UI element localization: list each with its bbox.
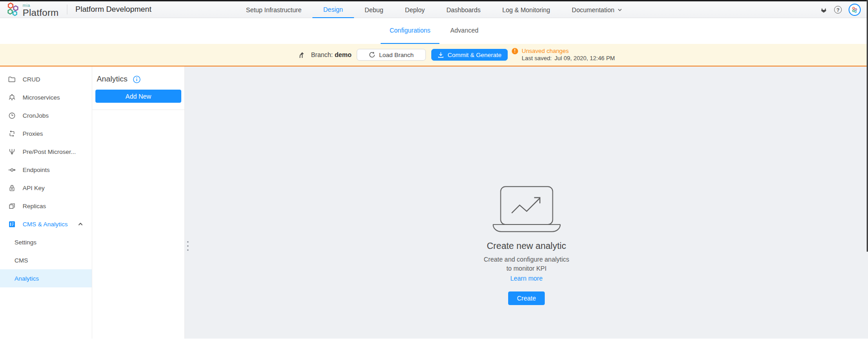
- endpoint-icon: [8, 166, 16, 174]
- window-top-border: [0, 0, 868, 1]
- nav-tab-documentation[interactable]: Documentation: [561, 1, 633, 18]
- info-icon[interactable]: [133, 76, 141, 83]
- add-new-button[interactable]: Add New: [95, 90, 181, 103]
- logo-divider: [67, 5, 67, 14]
- sidebar-item-microservices[interactable]: Microservices: [0, 88, 92, 106]
- copy-icon: [8, 202, 16, 210]
- create-button[interactable]: Create: [508, 291, 544, 305]
- sidebar-subitem-analytics[interactable]: Analytics: [0, 269, 92, 287]
- lock-icon: [8, 184, 16, 192]
- user-avatar[interactable]: [849, 4, 861, 16]
- clock-icon: [8, 112, 16, 119]
- panel-divider: [92, 110, 184, 110]
- chevron-up-icon: [78, 222, 83, 226]
- sidebar-subitem-cms[interactable]: CMS: [0, 251, 92, 269]
- fork-down-icon: [8, 148, 16, 156]
- panel-title-row: Analytics: [95, 75, 181, 84]
- main-area: Create new analytic Create and configure…: [185, 67, 868, 339]
- empty-state-description: Create and configure analytics to monito…: [484, 255, 569, 273]
- sidebar-item-endpoints[interactable]: Endpoints: [0, 161, 92, 179]
- page-title: Platform Development: [75, 5, 151, 14]
- commit-download-icon: [438, 52, 444, 58]
- sidebar-item-cronjobs[interactable]: CronJobs: [0, 106, 92, 124]
- mia-platform-logo[interactable]: mia Platform: [6, 2, 59, 17]
- app-window: mia Platform Platform Development Setup …: [0, 0, 868, 339]
- laptop-chart-illustration: [491, 186, 562, 233]
- folder-icon: [8, 76, 16, 83]
- gitlab-icon[interactable]: [820, 6, 827, 13]
- sections-sidebar: CRUD Microservices CronJobs: [0, 67, 92, 339]
- sidebar-item-crud[interactable]: CRUD: [0, 70, 92, 88]
- nav-tab-log-monitoring[interactable]: Log & Monitoring: [491, 1, 561, 18]
- header-icons: ?: [820, 1, 861, 18]
- sidebar-subitem-settings[interactable]: Settings: [0, 233, 92, 251]
- load-branch-button[interactable]: Load Branch: [357, 49, 426, 61]
- cms-layout-icon: [8, 220, 16, 228]
- sidebar-item-proxies[interactable]: Proxies: [0, 124, 92, 143]
- branch-banner: Branch: demo Load Branch Commit & Genera…: [0, 44, 868, 67]
- app-header: mia Platform Platform Development Setup …: [0, 0, 868, 18]
- avatar-hexagons-icon: [851, 6, 859, 14]
- branch-group: Branch: demo Load Branch Commit & Genera…: [297, 44, 508, 66]
- unsaved-changes: ! Unsaved changes: [512, 48, 615, 55]
- nav-tab-setup-infrastructure[interactable]: Setup Infrastructure: [235, 1, 312, 18]
- nav-tab-dashboards[interactable]: Dashboards: [435, 1, 491, 18]
- warning-icon: !: [512, 48, 518, 54]
- last-saved: Last saved:Jul 09, 2020, 12:46 PM: [512, 55, 615, 62]
- learn-more-link[interactable]: Learn more: [510, 274, 543, 283]
- sidebar-item-prepost-microservices[interactable]: Pre/Post Microser...: [0, 143, 92, 161]
- logo-platform-text: Platform: [23, 8, 59, 17]
- main-nav: Setup Infrastructure Design Debug Deploy…: [235, 1, 633, 18]
- hexagon-node-icon: [8, 94, 16, 101]
- nav-tab-deploy[interactable]: Deploy: [394, 1, 436, 18]
- logo-wordmark: mia Platform: [23, 3, 59, 18]
- commit-generate-button[interactable]: Commit & Generate: [431, 49, 508, 61]
- refresh-icon: [369, 52, 375, 58]
- empty-state: Create new analytic Create and configure…: [185, 186, 868, 305]
- tab-configurations[interactable]: Configurations: [381, 18, 439, 44]
- branch-name: demo: [335, 51, 351, 58]
- swap-arrows-icon: [8, 130, 16, 138]
- nav-tab-debug[interactable]: Debug: [354, 1, 394, 18]
- logo-mia-text: mia: [23, 3, 59, 8]
- content-area: CRUD Microservices CronJobs: [0, 67, 868, 339]
- nav-tab-design[interactable]: Design: [312, 1, 354, 18]
- empty-state-title: Create new analytic: [487, 241, 566, 251]
- design-subnav: Configurations Advanced: [0, 18, 868, 44]
- branch-label: Branch: demo: [311, 51, 351, 58]
- save-status: ! Unsaved changes Last saved:Jul 09, 202…: [512, 48, 615, 62]
- sidebar-item-replicas[interactable]: Replicas: [0, 197, 92, 215]
- analytics-panel: Analytics Add New: [92, 67, 185, 339]
- chevron-down-icon: [618, 8, 622, 12]
- help-icon[interactable]: ?: [834, 6, 842, 14]
- logo-area: mia Platform Platform Development: [0, 2, 151, 17]
- mia-hexagons-icon: [6, 2, 22, 17]
- panel-title: Analytics: [97, 75, 127, 84]
- tab-advanced[interactable]: Advanced: [441, 18, 487, 44]
- sidebar-item-cms-analytics[interactable]: CMS & Analytics: [0, 215, 92, 233]
- last-saved-value: Jul 09, 2020, 12:46 PM: [555, 55, 615, 62]
- sidebar-item-api-key[interactable]: API Key: [0, 179, 92, 197]
- branch-icon: [297, 50, 306, 59]
